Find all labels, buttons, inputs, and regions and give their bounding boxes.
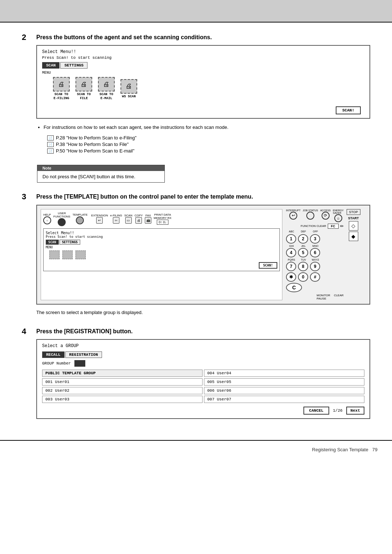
scan-to-file-icon[interactable]: 🖨 SCAN TOFILE [75, 77, 92, 101]
fax-button[interactable]: 📠 [145, 217, 151, 224]
scan-button[interactable]: ▭ [125, 217, 132, 224]
tab-scan[interactable]: SCAN [42, 62, 60, 69]
sub-tab-scan[interactable]: SCAN [46, 240, 59, 245]
scan-efiling-label: SCAN TOE-FILING [53, 93, 69, 101]
jobstatus-label: JOB STATUS [303, 209, 318, 212]
user-cell-003[interactable]: 003 User03 [42, 396, 203, 403]
ref-1: 📄 P.28 "How to Perform Scan to e-Filing" [47, 135, 370, 140]
sub-icon-3 [75, 250, 86, 259]
next-button[interactable]: Next [346, 407, 364, 415]
key-2-label: DEF [298, 230, 309, 233]
registration-tab[interactable]: REGISTRATION [65, 351, 102, 358]
access-button[interactable]: ⟳ [322, 212, 330, 220]
user-cell-002[interactable]: 002 User02 [42, 387, 203, 394]
numpad-row-3-labels: PQRS TUV WXYZ [286, 258, 344, 261]
jobstatus-button[interactable] [306, 212, 314, 220]
menu-label: MENU [42, 71, 364, 75]
note-box: Note Do not press the [SCAN!] button at … [37, 165, 165, 183]
start-right-button[interactable]: ◆ [349, 232, 358, 241]
key-C[interactable]: C [286, 283, 302, 292]
recall-tab[interactable]: RECALL [42, 351, 65, 358]
template-label: TEMPLATE [73, 213, 88, 216]
ws-scan-icon[interactable]: 🖨 WS SCAN [121, 79, 137, 99]
user-cell-public[interactable]: PUBLIC TEMPLATE GROUP [42, 370, 203, 377]
stop-button[interactable]: STOP [347, 209, 360, 215]
sub-menu-label: MENU [46, 246, 277, 249]
bullet-1: For instructions on how to set each scan… [44, 124, 370, 131]
sub-tab-settings[interactable]: SETTINGS [60, 240, 80, 245]
key-9-label: WXYZ [310, 258, 321, 261]
start-label: START [348, 216, 359, 220]
start-left-button[interactable]: ◇ [349, 221, 358, 231]
numpad-row-3: 7 8 9 [286, 262, 344, 271]
key-hash[interactable]: # [310, 272, 320, 282]
sub-scan-button[interactable]: SCAN! [259, 262, 277, 269]
user-grid: PUBLIC TEMPLATE GROUP 004 User04 001 Use… [42, 370, 364, 403]
efiling-button[interactable]: ⇦ [113, 217, 119, 224]
note-section: Note Do not press the [SCAN!] button at … [37, 165, 370, 187]
group-number-row: GROUP Number [42, 360, 364, 367]
key-5-label: JKL [298, 245, 309, 247]
step-3-note: The screen to select a template group is… [36, 310, 370, 315]
key-star[interactable]: ✱ [286, 272, 296, 282]
group-number-box [74, 360, 85, 367]
efiling-label: e-FILING [110, 214, 122, 217]
template-button[interactable] [76, 216, 84, 224]
control-top-row: HELP ○ USERFUNCTIONS TEMPLATE EXTENS [43, 212, 280, 226]
user-functions-button[interactable] [58, 218, 66, 226]
clear-icon: ✏ [340, 224, 344, 229]
cancel-button[interactable]: CANCEL [303, 407, 330, 415]
sub-tab-bar: SCAN SETTINGS [46, 240, 277, 245]
scan-label: SCAN [124, 214, 132, 217]
page-indicator: 1/26 [333, 408, 342, 413]
extension-label: EXTENSION [91, 214, 108, 217]
step-4-content: Press the [REGISTRATION] button. Select … [36, 327, 370, 423]
key-7[interactable]: 7 [286, 262, 296, 271]
user-cell-005[interactable]: 005 User05 [204, 378, 364, 386]
extension-button[interactable]: ↩ [96, 217, 103, 224]
ref-2: 📄 P.38 "How to Perform Scan to File" [47, 142, 370, 147]
key-0[interactable]: 0 [298, 272, 308, 282]
numpad-row-1: ABC DEF OFF [286, 230, 344, 233]
key-8[interactable]: 8 [298, 262, 308, 271]
footer-text: Registering Scan Template [312, 447, 368, 452]
ref-text-2: P.38 "How to Perform Scan to File" [56, 142, 128, 147]
group-bottom-row: CANCEL 1/26 Next [42, 407, 364, 415]
copy-button[interactable]: 🖨 [135, 217, 142, 224]
step-4-title: Press the [REGISTRATION] button. [36, 327, 370, 335]
interrupt-button[interactable]: ↩ [289, 212, 297, 220]
sub-icon-2 [62, 250, 73, 259]
tab-settings[interactable]: SETTINGS [60, 62, 87, 69]
ref-icon-2: 📄 [47, 142, 54, 147]
key-2[interactable]: 2 [298, 234, 308, 244]
user-cell-004[interactable]: 004 User04 [204, 370, 364, 377]
key-9[interactable]: 9 [310, 262, 320, 271]
ws-scan-label: WS SCAN [122, 95, 136, 99]
step-3-number: 3 [22, 192, 32, 201]
ref-list: 📄 P.28 "How to Perform Scan to e-Filing"… [47, 135, 370, 154]
key-4[interactable]: 4 [286, 248, 296, 257]
user-cell-007[interactable]: 007 User07 [204, 396, 364, 403]
numpad-row-1b: 1 2 3 [286, 234, 344, 244]
scan-to-efiling-icon[interactable]: 🖨 SCAN TOE-FILING [53, 77, 70, 101]
step-2-bullets: For instructions on how to set each scan… [44, 124, 370, 131]
help-button[interactable]: ○ [43, 216, 51, 224]
scan-to-email-icon[interactable]: 🖨 SCAN TOE-MAIL [98, 77, 115, 101]
clear-label: CLEAR [334, 294, 344, 300]
top-control-row: INTERRUPT ↩ JOB STATUS ACCESS ⟳ [286, 209, 344, 222]
key-1[interactable]: 1 [286, 234, 296, 244]
scan-button-row: SCAN! [42, 106, 364, 114]
interrupt-label: INTERRUPT [286, 209, 301, 212]
screen-line1: Select Menu!! [42, 49, 364, 54]
energysaver-button[interactable]: ☼ [334, 214, 342, 222]
fc-button[interactable]: FC [328, 224, 339, 229]
key-3[interactable]: 3 [310, 234, 320, 244]
scan-now-button[interactable]: SCAN! [336, 106, 361, 114]
key-5[interactable]: 5 [298, 248, 308, 257]
scan-icons-row: 🖨 SCAN TOE-FILING 🖨 SCAN TOFILE 🖨 SCAN T… [42, 77, 364, 101]
user-cell-001[interactable]: 001 User01 [42, 378, 203, 386]
control-panel-mockup: HELP ○ USERFUNCTIONS TEMPLATE EXTENS [36, 205, 370, 305]
sub-screen: Select Menu!! Press Scan! to start scann… [43, 228, 280, 271]
user-cell-006[interactable]: 006 User06 [204, 387, 364, 394]
key-6[interactable]: 6 [310, 248, 320, 257]
